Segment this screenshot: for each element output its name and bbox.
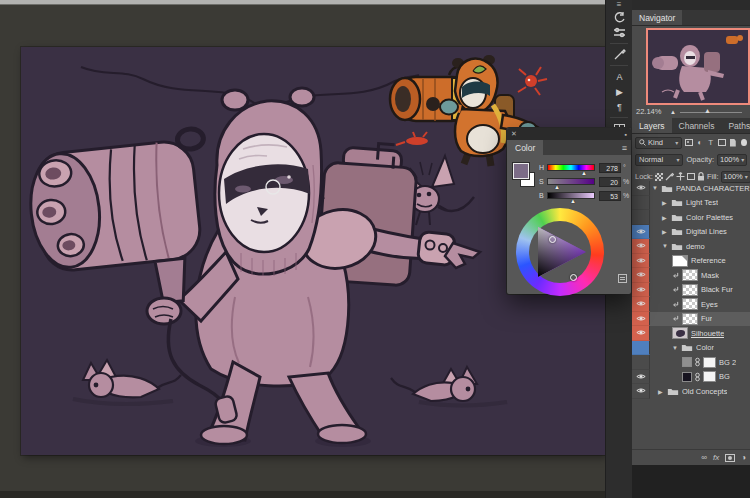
collapse-icon[interactable]: ▪ [625,131,627,138]
photoshop-window: ≡ A ▶ ¶ Navigator [0,0,750,498]
link-icon [695,372,700,382]
brush-panel-icon[interactable] [606,47,633,62]
dock-empty-area [632,465,750,498]
color-wheel[interactable] [516,208,604,296]
filter-kind-select[interactable]: Kind ▾ [635,137,682,149]
layer-row-black-fur[interactable]: Black Fur [632,283,750,298]
clip-arrow-icon [672,272,679,279]
layer-thumbnail[interactable] [682,284,698,296]
brightness-value-field[interactable]: 53 [599,191,621,201]
navigator-tab-bar: Navigator [632,10,750,26]
visibility-toggle[interactable] [632,268,650,283]
close-icon[interactable]: ✕ [511,130,517,138]
history-brush-icon[interactable] [606,10,633,25]
filter-shape-icon[interactable] [717,137,726,148]
layer-row-mask[interactable]: Mask [632,268,750,283]
visibility-toggle[interactable] [632,312,650,327]
color-panel-header: ✕ ▪ [507,128,631,140]
layer-row-light-test[interactable]: ▶Light Test [632,196,750,211]
layer-thumbnail[interactable] [672,255,688,267]
fill-swatch[interactable] [682,357,692,367]
hue-ring-marker[interactable] [570,274,577,281]
layer-row-bg2[interactable]: BG 2 [632,355,750,370]
visibility-toggle[interactable] [632,196,650,211]
add-mask-icon[interactable] [725,454,735,462]
strip-menu-icon[interactable]: ≡ [606,0,632,10]
saturation-slider-thumb[interactable]: ▲ [554,184,560,190]
visibility-toggle[interactable] [632,326,650,341]
layer-mask-thumbnail[interactable] [703,371,716,382]
visibility-toggle[interactable] [632,254,650,269]
visibility-toggle[interactable] [632,341,650,356]
layer-thumbnail[interactable] [682,269,698,281]
layer-row-color-palettes[interactable]: ▶Color Palettes [632,210,750,225]
layer-row-color-group[interactable]: ▼Color [632,341,750,356]
triangle-picker-marker[interactable] [549,236,556,243]
layers-tab-bar: Layers Channels Paths [632,118,750,134]
saturation-value-field[interactable]: 20 [599,177,621,187]
saturation-brightness-triangle[interactable] [530,222,590,282]
layer-row-old-concepts[interactable]: ▶Old Concepts [632,384,750,399]
hue-value-field[interactable]: 278 [599,163,621,173]
hue-slider-thumb[interactable]: ▲ [581,170,587,176]
layer-row-reference[interactable]: Reference [632,254,750,269]
layer-row-panda-character[interactable]: ▼PANDA CHARACTER [632,181,750,196]
fill-swatch[interactable] [682,372,692,382]
tab-channels[interactable]: Channels [672,118,722,133]
brush-settings-icon[interactable] [606,25,633,40]
zoom-out-icon[interactable]: ▲ [670,109,676,115]
wheel-options-icon[interactable] [618,274,627,283]
layer-row-eyes[interactable]: Eyes [632,297,750,312]
filter-adjustment-icon[interactable]: ◐ [695,137,704,148]
layer-thumbnail[interactable] [682,313,698,325]
visibility-toggle[interactable] [632,239,650,254]
visibility-toggle[interactable] [632,283,650,298]
adjustment-layer-icon[interactable]: ◑ [741,453,746,462]
layer-mask-thumbnail[interactable] [703,357,716,368]
brightness-unit: % [623,192,629,199]
character-panel-icon[interactable]: A [606,69,633,84]
filter-type-icon[interactable]: T [706,137,715,148]
paragraph-panel-icon[interactable]: ¶ [606,99,633,114]
visibility-toggle[interactable] [632,181,650,196]
link-layers-icon[interactable]: ∞ [701,453,707,462]
brightness-slider-row: B ▲ 53 % [539,191,629,205]
layer-row-silhouette[interactable]: Silhouette [632,326,750,341]
filter-image-icon[interactable] [684,137,693,148]
visibility-toggle[interactable] [632,355,650,370]
layer-style-icon[interactable]: fx [713,453,719,462]
hue-unit: ° [623,164,626,171]
navigator-thumbnail[interactable] [646,28,750,105]
tab-paths[interactable]: Paths [721,118,750,133]
visibility-toggle[interactable] [632,297,650,312]
tab-color[interactable]: Color [507,140,543,155]
filter-smart-object-icon[interactable] [728,137,737,148]
foreground-color-swatch[interactable] [513,163,529,179]
visibility-toggle[interactable] [632,225,650,240]
tab-navigator[interactable]: Navigator [632,10,682,25]
blend-mode-value: Normal [639,155,663,164]
fill-label: Fill: [707,172,719,181]
navigator-zoom-value[interactable]: 22.14% [636,107,661,116]
filter-toggle-icon[interactable] [741,139,747,146]
navigator-zoom-slider-thumb[interactable]: ▲ [704,108,711,114]
layer-thumbnail[interactable] [672,327,688,339]
actions-panel-icon[interactable]: ▶ [606,84,633,99]
visibility-toggle[interactable] [632,384,650,399]
blend-mode-select[interactable]: Normal ▾ [635,154,683,166]
layer-row-demo[interactable]: ▼demo [632,239,750,254]
layer-row-bg[interactable]: BG [632,370,750,385]
opacity-select[interactable]: 100% ▾ [717,154,747,166]
brightness-slider-thumb[interactable]: ▲ [570,198,576,204]
visibility-toggle[interactable] [632,210,650,225]
panel-menu-icon[interactable]: ≡ [618,140,631,155]
layer-row-fur[interactable]: Fur [632,312,750,327]
tab-layers[interactable]: Layers [632,118,672,133]
navigator-zoom-slider[interactable] [680,112,742,113]
visibility-toggle[interactable] [632,370,650,385]
layer-thumbnail[interactable] [682,298,698,310]
hue-slider[interactable] [547,164,595,171]
color-panel-body: H ▲ 278 ° S ▲ 20 % B ▲ 53 % [507,155,631,294]
clip-arrow-icon [672,315,679,322]
layer-row-digital-lines[interactable]: ▶Digital Lines [632,225,750,240]
